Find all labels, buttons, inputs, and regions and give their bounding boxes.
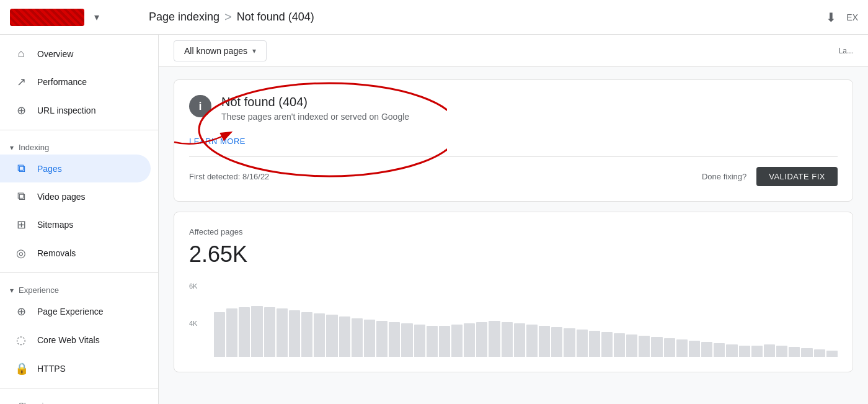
breadcrumb-current: Not found (404) (237, 11, 314, 24)
main-content: All known pages ▾ La... (159, 35, 868, 404)
chart-bar (502, 322, 513, 357)
chart-bar (489, 321, 500, 357)
main-layout: ⌂ Overview ↗ Performance ⊕ URL inspectio… (0, 35, 868, 404)
sidebar-divider-3 (0, 388, 158, 388)
sidebar-label-removals: Removals (37, 248, 76, 258)
sidebar-item-page-experience[interactable]: ⊕ Page Experience (0, 297, 151, 326)
download-icon[interactable]: ⬇ (826, 10, 836, 25)
sidebar-label-https: HTTPS (37, 364, 66, 374)
sidebar: ⌂ Overview ↗ Performance ⊕ URL inspectio… (0, 35, 159, 404)
sidebar-label-sitemaps: Sitemaps (37, 220, 73, 230)
sidebar-section-experience[interactable]: ▾ Experience (0, 278, 158, 297)
sidebar-item-url-inspection[interactable]: ⊕ URL inspection (0, 96, 151, 125)
sidebar-section-indexing[interactable]: ▾ Indexing (0, 135, 158, 155)
filter-button[interactable]: All known pages ▾ (174, 40, 267, 61)
breadcrumb-separator: > (224, 10, 232, 24)
chart-bar (564, 328, 575, 357)
info-card-header: i Not found (404) These pages aren't ind… (189, 95, 838, 122)
shopping-chevron: ▾ (10, 402, 14, 405)
sidebar-item-removals[interactable]: ◎ Removals (0, 239, 151, 267)
chart-bar (614, 333, 625, 357)
chart-bar (589, 331, 600, 357)
chart-bar (689, 341, 700, 357)
sidebar-section-shopping[interactable]: ▾ Shopping (0, 393, 158, 404)
chart-bar (339, 316, 350, 357)
video-pages-icon: ⧉ (15, 190, 27, 203)
chart-y-label-4k: 4K (189, 320, 197, 327)
card-footer-right: Done fixing? VALIDATE FIX (702, 167, 838, 186)
chart-bar (726, 344, 737, 357)
sidebar-item-https[interactable]: 🔒 HTTPS (0, 354, 151, 383)
sub-header: All known pages ▾ La... (159, 35, 868, 67)
chart-bar (714, 343, 725, 357)
home-icon: ⌂ (15, 47, 27, 60)
chart-bar (776, 346, 787, 357)
chart-bar (601, 332, 613, 357)
sidebar-label-pages: Pages (37, 164, 62, 174)
sidebar-item-video-pages[interactable]: ⧉ Video pages (0, 182, 151, 210)
chart-bar (277, 308, 288, 357)
topbar-ext-label: EX (846, 12, 858, 22)
info-icon: i (189, 95, 211, 117)
chart-bar (451, 325, 463, 357)
page-experience-icon: ⊕ (15, 305, 27, 318)
chart-y-labels: 6K 4K (189, 282, 197, 357)
chart-bar (701, 342, 712, 357)
chart-bar (514, 323, 525, 357)
chart-bar (301, 312, 312, 357)
logo-image (10, 9, 84, 26)
sidebar-item-pages[interactable]: ⧉ Pages (0, 155, 151, 182)
info-title: Not found (404) (221, 95, 409, 109)
topbar: ▾ Page indexing > Not found (404) ⬇ EX (0, 0, 868, 35)
info-card: i Not found (404) These pages aren't ind… (174, 79, 853, 202)
card-footer: First detected: 8/16/22 Done fixing? VAL… (189, 156, 838, 186)
sidebar-item-core-web-vitals[interactable]: ◌ Core Web Vitals (0, 326, 151, 354)
filter-chevron: ▾ (252, 47, 256, 55)
chart-bar (814, 349, 825, 357)
chart-bar (264, 307, 275, 357)
chart-bar (364, 320, 375, 357)
core-web-vitals-icon: ◌ (15, 333, 27, 347)
sidebar-item-overview[interactable]: ⌂ Overview (0, 40, 151, 68)
chart-bar (739, 346, 750, 357)
removals-icon: ◎ (15, 246, 27, 260)
sidebar-section-shopping-label: Shopping (19, 401, 53, 404)
chart-bar (251, 306, 262, 357)
sidebar-item-performance[interactable]: ↗ Performance (0, 68, 151, 96)
sidebar-divider-2 (0, 272, 158, 273)
breadcrumb-parent[interactable]: Page indexing (149, 11, 219, 24)
sidebar-label-performance: Performance (37, 77, 87, 87)
chart-bar (352, 318, 363, 357)
affected-pages-value: 2.65K (189, 241, 838, 267)
sidebar-label-video-pages: Video pages (37, 192, 86, 202)
chart-bar (801, 348, 812, 357)
sidebar-label-url-inspection: URL inspection (37, 105, 95, 115)
chart-bar (401, 323, 412, 357)
sidebar-item-sitemaps[interactable]: ⊞ Sitemaps (0, 210, 151, 239)
chart-bar (626, 334, 637, 357)
info-card-text: Not found (404) These pages aren't index… (221, 95, 409, 122)
learn-more-button[interactable]: LEARN MORE (189, 137, 246, 146)
sidebar-divider-1 (0, 130, 158, 130)
filter-label: All known pages (184, 46, 247, 56)
sitemaps-icon: ⊞ (15, 218, 27, 231)
chart-bar (427, 326, 438, 357)
chart-bar (577, 330, 588, 357)
chart-area: 6K 4K (189, 282, 838, 357)
chart-bar (226, 308, 237, 357)
chart-bar (676, 339, 688, 357)
chart-bar (551, 327, 562, 357)
chart-bar (751, 346, 763, 357)
info-description: These pages aren't indexed or served on … (221, 112, 409, 122)
chart-bar (664, 338, 675, 357)
chart-bar (639, 336, 650, 357)
sidebar-label-page-experience: Page Experience (37, 307, 104, 316)
chart-bar (239, 307, 250, 357)
indexing-chevron: ▾ (10, 143, 14, 152)
validate-fix-button[interactable]: VALIDATE FIX (756, 167, 838, 186)
sidebar-label-overview: Overview (37, 49, 73, 59)
chart-bar (414, 325, 425, 357)
chart-bar (476, 322, 487, 357)
logo-area: ▾ (10, 9, 104, 26)
property-dropdown[interactable]: ▾ (89, 10, 104, 25)
